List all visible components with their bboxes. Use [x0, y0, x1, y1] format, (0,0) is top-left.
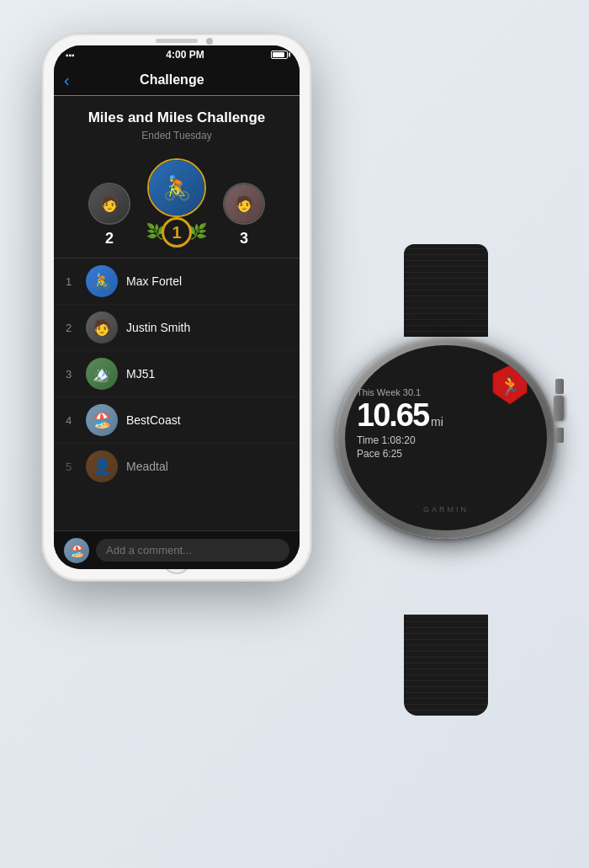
rank-2: 2 [66, 322, 77, 334]
rank-1: 1 [66, 275, 77, 288]
comment-bar: 🏖️ [54, 530, 300, 569]
leader-name-3: MJ51 [126, 367, 288, 381]
back-button[interactable]: ‹ [64, 72, 70, 88]
podium-third: 🧑 3 [223, 183, 265, 248]
leader-row[interactable]: 2 🧑 Justin Smith [54, 305, 300, 351]
podium-first: 🚴 🌿 1 🌿 [147, 158, 206, 248]
leader-name-5: Meadtal [126, 460, 288, 473]
watch-distance-row: 10.65 mi [357, 399, 535, 431]
app-screen: ▪▪▪ 4:00 PM ‹ Challenge Miles and Miles … [54, 45, 300, 569]
leader-row[interactable]: 3 🏔️ MJ51 [54, 351, 300, 397]
podium-second-avatar: 🧑 [88, 183, 130, 225]
leader-name-2: Justin Smith [126, 321, 288, 334]
watch-distance: 10.65 [357, 399, 428, 431]
leader-row[interactable]: 4 🏖️ BestCoast [54, 397, 300, 444]
challenge-header: Miles and Miles Challenge Ended Tuesday [54, 96, 300, 150]
status-icons [271, 51, 288, 59]
battery-icon [271, 51, 288, 59]
podium-second-rank: 2 [105, 230, 114, 248]
gold-badge: 🌿 1 🌿 [162, 217, 192, 248]
phone-screen-area: ▪▪▪ 4:00 PM ‹ Challenge Miles and Miles … [54, 45, 300, 569]
leader-avatar-4: 🏖️ [86, 404, 118, 436]
leaderboard: 1 🚴 Max Fortel 2 🧑 Justin Smith [54, 258, 300, 530]
gold-rank-number: 1 [162, 217, 192, 248]
scene: ▪▪▪ 4:00 PM ‹ Challenge Miles and Miles … [0, 0, 589, 868]
watch-band-bottom [404, 615, 488, 716]
podium-third-rank: 3 [240, 230, 248, 248]
podium-first-avatar: 🚴 [147, 158, 206, 217]
podium-third-avatar: 🧑 [223, 183, 265, 225]
rank-4: 4 [66, 414, 77, 427]
leader-row[interactable]: 1 🚴 Max Fortel [54, 258, 300, 305]
watch-time: Time 1:08:20 [357, 434, 535, 446]
comment-input[interactable] [96, 539, 289, 562]
challenge-subtitle: Ended Tuesday [62, 130, 291, 141]
status-time: 4:00 PM [99, 49, 271, 61]
phone-camera [206, 38, 213, 45]
watch-button-top[interactable] [555, 379, 564, 394]
watch-button-bottom[interactable] [555, 428, 564, 443]
watch-device: 🏃 This Week 30.1 10.65 mi Time 1:08:20 P… [328, 312, 564, 631]
watch-pace: Pace 6:25 [357, 448, 535, 460]
watch-case: 🏃 This Week 30.1 10.65 mi Time 1:08:20 P… [337, 337, 555, 539]
watch-screen: 🏃 This Week 30.1 10.65 mi Time 1:08:20 P… [345, 345, 547, 530]
nav-title: Challenge [70, 72, 274, 88]
phone-device: ▪▪▪ 4:00 PM ‹ Challenge Miles and Miles … [42, 34, 311, 581]
nav-bar: ‹ Challenge [54, 64, 300, 96]
watch-band-top [404, 244, 488, 337]
comment-user-avatar: 🏖️ [64, 538, 89, 563]
watch-unit: mi [431, 415, 443, 429]
leader-avatar-1: 🚴 [86, 265, 118, 297]
status-bar: ▪▪▪ 4:00 PM [54, 45, 300, 64]
rank-5: 5 [66, 461, 77, 473]
watch-brand: GARMIN [423, 505, 469, 514]
watch-crown [554, 396, 564, 421]
podium: 🧑 2 🚴 🌿 1 🌿 [54, 150, 300, 258]
leader-name-1: Max Fortel [126, 274, 288, 288]
leader-name-4: BestCoast [126, 413, 288, 427]
signal-icons: ▪▪▪ [66, 51, 99, 60]
leader-row[interactable]: 5 👤 Meadtal [54, 444, 300, 490]
leader-avatar-2: 🧑 [86, 312, 118, 343]
phone-speaker [156, 39, 198, 43]
leader-avatar-3: 🏔️ [86, 358, 118, 390]
rank-3: 3 [66, 368, 77, 381]
podium-second: 🧑 2 [88, 183, 130, 248]
leader-avatar-5: 👤 [86, 450, 118, 482]
watch-stats-area: This Week 30.1 10.65 mi Time 1:08:20 Pac… [357, 387, 535, 460]
challenge-title: Miles and Miles Challenge [62, 109, 291, 126]
watch-week-label: This Week 30.1 [357, 387, 535, 397]
